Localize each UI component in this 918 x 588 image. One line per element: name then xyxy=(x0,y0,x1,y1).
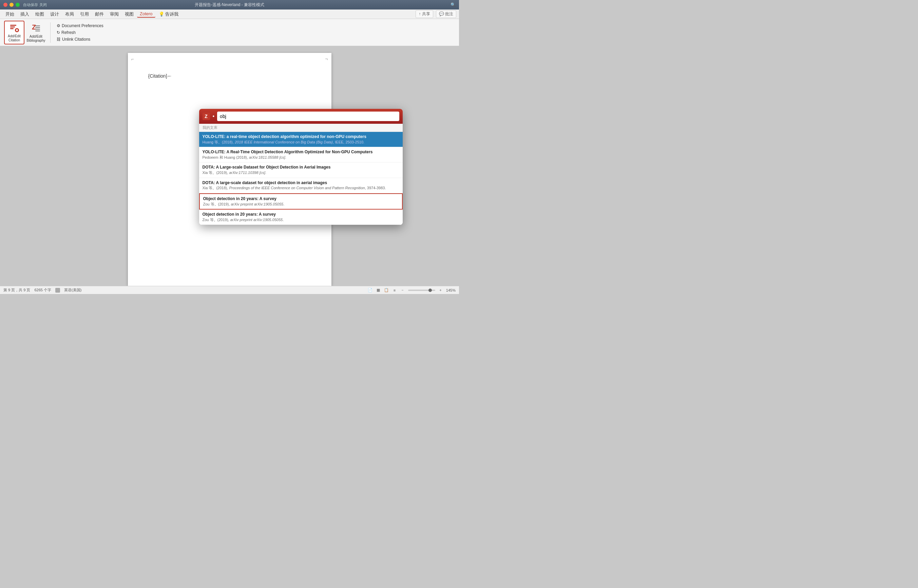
zoom-level: 145% xyxy=(446,288,456,292)
svg-text:Z: Z xyxy=(32,23,36,31)
result-title-6: Object detection in 20 years: A survey xyxy=(202,212,399,217)
menu-item-tell[interactable]: 💡 告诉我 xyxy=(156,11,181,18)
library-label: 我的文库 xyxy=(199,124,403,132)
unlink-citations-button[interactable]: ⛓ Unlink Citations xyxy=(55,36,105,42)
citation-placeholder[interactable]: {Citation}← xyxy=(148,73,311,79)
print-layout-icon[interactable]: ▦ xyxy=(375,288,381,293)
menu-item-design[interactable]: 设计 xyxy=(47,11,62,18)
menu-item-ref[interactable]: 引用 xyxy=(78,11,92,18)
share-icon: ↑ xyxy=(419,11,421,16)
page-info: 第 9 页，共 9 页 xyxy=(3,288,30,292)
add-edit-bibliography-button[interactable]: Z Add/Edit Bibliography xyxy=(26,21,46,44)
svg-rect-11 xyxy=(55,288,60,292)
menu-item-draw[interactable]: 绘图 xyxy=(32,11,47,18)
result-item-5[interactable]: Object detection in 20 years: A survey Z… xyxy=(199,193,403,210)
zotero-search-bar: Z • xyxy=(199,109,403,124)
comment-button[interactable]: 💬 批注 xyxy=(436,10,456,18)
page-corner-tl: ⌐ xyxy=(131,56,134,62)
zotero-search-input[interactable] xyxy=(217,111,399,121)
menu-item-review[interactable]: 审阅 xyxy=(107,11,121,18)
svg-rect-7 xyxy=(35,26,40,26)
result-meta-4: Xia 等。(2018), Proceedings of the IEEE Co… xyxy=(202,186,399,191)
result-meta-3: Xia 等。(2019), arXiv:1711.10398 [cs]. xyxy=(202,170,399,175)
autosave-label: 自动保存 xyxy=(23,2,38,8)
svg-rect-0 xyxy=(10,25,16,26)
svg-rect-5 xyxy=(16,30,18,31)
close-label: 关闭 xyxy=(39,2,47,8)
menu-item-view[interactable]: 视图 xyxy=(122,11,136,18)
svg-rect-1 xyxy=(10,26,15,27)
focus-icon[interactable]: 📄 xyxy=(367,288,373,293)
result-title-5: Object detection in 20 years: A survey xyxy=(203,196,399,202)
result-meta-5: Zou 等。(2019), arXiv preprint arXiv:1905.… xyxy=(203,202,399,207)
language-indicator xyxy=(55,288,60,292)
zoom-thumb xyxy=(428,289,432,292)
close-button[interactable] xyxy=(3,3,8,7)
result-item-4[interactable]: DOTA: A large-scale dataset for object d… xyxy=(199,178,403,193)
share-button[interactable]: ↑ 共享 xyxy=(415,10,433,18)
menubar-right-actions: ↑ 共享 💬 批注 xyxy=(415,10,456,18)
refresh-button[interactable]: ↻ Refresh xyxy=(55,29,105,36)
language-label: 英语(美国) xyxy=(64,288,81,292)
add-edit-citation-button[interactable]: Add/Edit Citation xyxy=(4,21,24,44)
add-edit-citation-icon xyxy=(8,23,20,34)
minimize-button[interactable] xyxy=(10,3,14,7)
toolbar-divider xyxy=(50,23,50,43)
lightbulb-icon: 💡 xyxy=(159,11,164,17)
result-title-1: YOLO-LITE: a real-time object detection … xyxy=(202,134,399,140)
result-meta-6: Zou 等。(2019), arXiv preprint arXiv:1905.… xyxy=(202,217,399,223)
svg-rect-8 xyxy=(35,27,40,28)
comment-icon: 💬 xyxy=(439,11,444,16)
statusbar: 第 9 页，共 9 页 6265 个字 英语(美国) 📄 ▦ 📋 ≡ － ＋ 1… xyxy=(0,286,459,294)
gear-icon: ⚙ xyxy=(57,23,60,28)
result-title-3: DOTA: A Large-scale Dataset for Object D… xyxy=(202,165,399,170)
menu-item-zotero[interactable]: Zotero xyxy=(137,11,155,18)
zoom-in-icon[interactable]: ＋ xyxy=(438,288,443,293)
search-icon[interactable]: 🔍 xyxy=(451,2,456,7)
svg-rect-10 xyxy=(35,31,40,32)
document-area: ⌐ ¬ {Citation}← Z • 我的文库 YOLO-LITE: a re… xyxy=(0,46,459,286)
titlebar: 自动保存 关闭 开题报告-遥感-Neverland - 兼容性模式 🔍 xyxy=(0,0,459,10)
main-content: ⌐ ¬ {Citation}← Z • 我的文库 YOLO-LITE: a re… xyxy=(0,46,459,286)
word-count: 6265 个字 xyxy=(34,288,51,292)
page-corner-tr: ¬ xyxy=(325,56,328,62)
menu-item-start[interactable]: 开始 xyxy=(3,11,17,18)
result-item-2[interactable]: YOLO-LITE: A Real-Time Object Detection … xyxy=(199,147,403,162)
toolbar-small-group: ⚙ Document Preferences ↻ Refresh ⛓ Unlin… xyxy=(55,21,105,44)
unlink-icon: ⛓ xyxy=(57,37,61,42)
toolbar-group-citation: Add/Edit Citation Z Add/Edit Bibliograph… xyxy=(4,21,46,44)
menu-item-insert[interactable]: 插入 xyxy=(18,11,32,18)
statusbar-right: 📄 ▦ 📋 ≡ － ＋ 145% xyxy=(367,288,456,293)
outline-icon[interactable]: 📋 xyxy=(384,288,389,293)
read-mode-icon[interactable]: ≡ xyxy=(392,288,397,293)
menu-item-layout[interactable]: 布局 xyxy=(62,11,77,18)
zotero-results-list: YOLO-LITE: a real-time object detection … xyxy=(199,132,403,225)
toolbar: Add/Edit Citation Z Add/Edit Bibliograph… xyxy=(0,19,459,46)
svg-rect-2 xyxy=(10,28,14,29)
result-meta-2: Pedoeem 和 Huang (2018), arXiv:1811.05588… xyxy=(202,155,399,160)
menu-item-mail[interactable]: 邮件 xyxy=(92,11,107,18)
zoom-out-icon[interactable]: － xyxy=(400,288,406,293)
result-item-3[interactable]: DOTA: A Large-scale Dataset for Object D… xyxy=(199,162,403,178)
result-title-4: DOTA: A large-scale dataset for object d… xyxy=(202,180,399,186)
result-meta-1: Huang 等。(2018), 2018 IEEE International … xyxy=(202,140,399,145)
add-edit-bibliography-icon: Z xyxy=(30,23,42,34)
bullet-separator: • xyxy=(213,113,215,120)
result-title-2: YOLO-LITE: A Real-Time Object Detection … xyxy=(202,149,399,155)
svg-rect-9 xyxy=(35,29,40,30)
window-title: 开题报告-遥感-Neverland - 兼容性模式 xyxy=(195,2,264,8)
zotero-z-icon: Z xyxy=(202,113,210,120)
result-item-1[interactable]: YOLO-LITE: a real-time object detection … xyxy=(199,132,403,147)
window-controls xyxy=(3,3,20,7)
zotero-search-popup: Z • 我的文库 YOLO-LITE: a real-time object d… xyxy=(199,109,403,225)
refresh-icon: ↻ xyxy=(57,30,60,35)
menubar: 开始 插入 绘图 设计 布局 引用 邮件 审阅 视图 Zotero 💡 告诉我 … xyxy=(0,10,459,19)
result-item-6[interactable]: Object detection in 20 years: A survey Z… xyxy=(199,210,403,225)
maximize-button[interactable] xyxy=(16,3,20,7)
document-preferences-button[interactable]: ⚙ Document Preferences xyxy=(55,23,105,29)
zoom-slider[interactable] xyxy=(408,289,435,291)
